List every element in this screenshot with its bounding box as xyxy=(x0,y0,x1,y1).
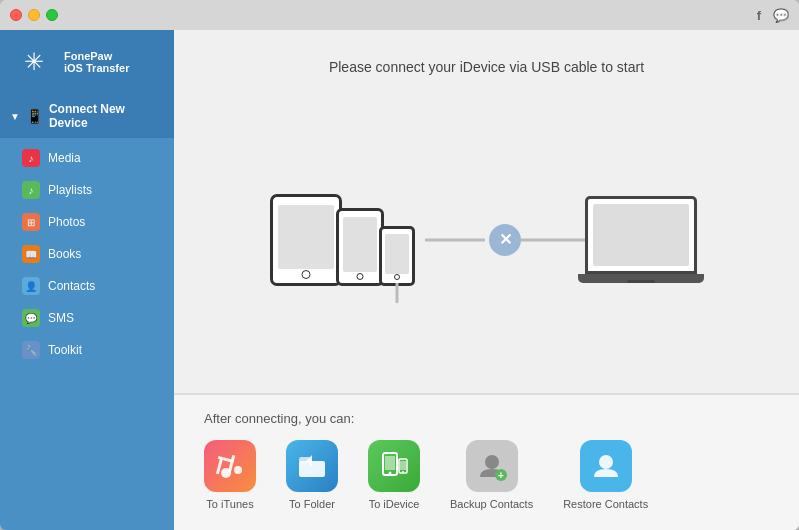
books-icon: 📖 xyxy=(22,245,40,263)
snowflake-icon: ✳ xyxy=(24,48,44,76)
section-header-text: Connect New Device xyxy=(49,102,164,130)
action-backup-contacts[interactable]: + Backup Contacts xyxy=(450,440,533,510)
backup-contacts-icon-box: + xyxy=(466,440,518,492)
action-itunes[interactable]: To iTunes xyxy=(204,440,256,510)
sidebar: ✳ FonePaw iOS Transfer ▼ 📱 Connect New D… xyxy=(0,30,174,530)
idevice-icon-box xyxy=(368,440,420,492)
idevice-label: To iDevice xyxy=(369,498,420,510)
main-content: Please connect your iDevice via USB cabl… xyxy=(174,30,799,530)
idevice-symbol xyxy=(379,451,409,481)
connect-header: Please connect your iDevice via USB cabl… xyxy=(309,30,664,86)
facebook-icon[interactable]: f xyxy=(757,8,761,23)
devices-container: ✕ xyxy=(214,194,759,286)
connector-area: ✕ xyxy=(425,215,585,265)
iphone-large-device xyxy=(336,208,384,286)
svg-rect-13 xyxy=(385,456,395,470)
photos-icon: ⊞ xyxy=(22,213,40,231)
itunes-label: To iTunes xyxy=(206,498,253,510)
app-window: f 💬 ✳ FonePaw iOS Transfer ▼ 📱 Connect N… xyxy=(0,0,799,530)
app-name-line2: iOS Transfer xyxy=(64,62,129,74)
toolkit-icon: 🔧 xyxy=(22,341,40,359)
sidebar-item-playlists[interactable]: ♪ Playlists xyxy=(0,174,174,206)
itunes-icon-box xyxy=(204,440,256,492)
iphone-small-device xyxy=(379,226,415,286)
sidebar-item-sms[interactable]: 💬 SMS xyxy=(0,302,174,334)
playlists-icon: ♪ xyxy=(22,181,40,199)
backup-contacts-symbol: + xyxy=(475,449,509,483)
svg-point-21 xyxy=(599,455,613,469)
minimize-button[interactable] xyxy=(28,9,40,21)
sidebar-header: ✳ FonePaw iOS Transfer xyxy=(0,30,174,94)
message-icon[interactable]: 💬 xyxy=(773,8,789,23)
photos-label: Photos xyxy=(48,215,85,229)
connect-message: Please connect your iDevice via USB cabl… xyxy=(329,59,644,75)
sms-label: SMS xyxy=(48,311,74,325)
ipad-device xyxy=(270,194,342,286)
after-icons-row: To iTunes To Folder xyxy=(204,440,769,510)
folder-icon-box xyxy=(286,440,338,492)
sidebar-item-media[interactable]: ♪ Media xyxy=(0,142,174,174)
svg-point-5 xyxy=(234,466,242,474)
toolkit-label: Toolkit xyxy=(48,343,82,357)
app-body: ✳ FonePaw iOS Transfer ▼ 📱 Connect New D… xyxy=(0,30,799,530)
sidebar-item-photos[interactable]: ⊞ Photos xyxy=(0,206,174,238)
restore-contacts-icon-box xyxy=(580,440,632,492)
svg-rect-16 xyxy=(400,461,406,470)
svg-text:✕: ✕ xyxy=(498,231,511,248)
arrow-icon: ▼ xyxy=(10,111,20,122)
app-title-block: FonePaw iOS Transfer xyxy=(64,50,129,74)
media-icon: ♪ xyxy=(22,149,40,167)
titlebar-right: f 💬 xyxy=(757,8,789,23)
after-section-title: After connecting, you can: xyxy=(204,411,769,426)
books-label: Books xyxy=(48,247,81,261)
usb-cable-vertical xyxy=(395,283,398,303)
sidebar-item-contacts[interactable]: 👤 Contacts xyxy=(0,270,174,302)
sidebar-item-books[interactable]: 📖 Books xyxy=(0,238,174,270)
action-idevice[interactable]: To iDevice xyxy=(368,440,420,510)
itunes-symbol xyxy=(215,451,245,481)
connection-cable-svg: ✕ xyxy=(425,215,585,265)
svg-point-14 xyxy=(389,472,392,475)
folder-label: To Folder xyxy=(289,498,335,510)
action-folder[interactable]: To Folder xyxy=(286,440,338,510)
media-label: Media xyxy=(48,151,81,165)
restore-contacts-label: Restore Contacts xyxy=(563,498,648,510)
sidebar-item-toolkit[interactable]: 🔧 Toolkit xyxy=(0,334,174,366)
restore-contacts-symbol xyxy=(589,449,623,483)
illustration-area: ✕ xyxy=(174,86,799,393)
after-section: After connecting, you can: xyxy=(174,394,799,530)
app-name-line1: FonePaw xyxy=(64,50,129,62)
svg-point-17 xyxy=(402,471,404,473)
contacts-icon: 👤 xyxy=(22,277,40,295)
close-button[interactable] xyxy=(10,9,22,21)
ios-devices-group xyxy=(270,194,415,286)
maximize-button[interactable] xyxy=(46,9,58,21)
app-logo: ✳ xyxy=(14,42,54,82)
sidebar-nav: ♪ Media ♪ Playlists ⊞ Photos xyxy=(0,138,174,370)
titlebar: f 💬 xyxy=(0,0,799,30)
folder-symbol xyxy=(297,453,327,479)
window-controls xyxy=(10,9,58,21)
connect-device-section[interactable]: ▼ 📱 Connect New Device xyxy=(0,94,174,138)
svg-text:+: + xyxy=(498,470,504,481)
sms-icon: 💬 xyxy=(22,309,40,327)
playlists-label: Playlists xyxy=(48,183,92,197)
backup-contacts-label: Backup Contacts xyxy=(450,498,533,510)
contacts-label: Contacts xyxy=(48,279,95,293)
action-restore-contacts[interactable]: Restore Contacts xyxy=(563,440,648,510)
svg-point-18 xyxy=(485,455,499,469)
device-icon: 📱 xyxy=(26,108,43,124)
laptop-device xyxy=(585,196,704,283)
